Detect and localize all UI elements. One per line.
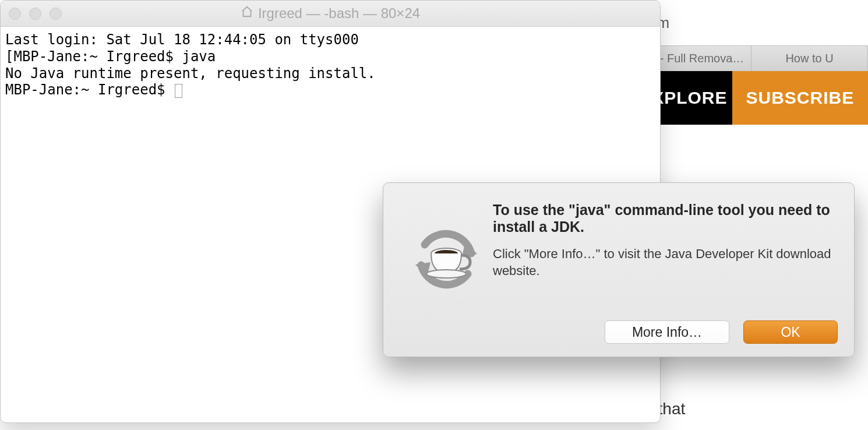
dialog-message-column: To use the "java" command-line tool you … [493, 198, 838, 344]
zoom-button[interactable] [50, 8, 62, 20]
address-bar-fragment: com [635, 0, 868, 45]
terminal-title: Irgreed — -bash — 80×24 [258, 5, 420, 22]
terminal-line: MBP-Jane:~ Irgreed$ [5, 82, 174, 98]
terminal-body[interactable]: Last login: Sat Jul 18 12:44:05 on ttys0… [1, 27, 660, 103]
home-icon [241, 5, 253, 22]
svg-point-4 [426, 270, 466, 278]
minimize-button[interactable] [29, 8, 41, 20]
window-controls [9, 8, 62, 20]
terminal-titlebar: Irgreed — -bash — 80×24 [1, 1, 660, 27]
close-button[interactable] [9, 8, 21, 20]
dialog-buttons: More Info… OK [493, 320, 838, 344]
site-navbar: EXPLORE SUBSCRIBE [635, 71, 868, 125]
nav-subscribe-button[interactable]: SUBSCRIBE [732, 71, 868, 125]
terminal-line: No Java runtime present, requesting inst… [5, 65, 376, 82]
terminal-line: [MBP-Jane:~ Irgreed$ java [5, 48, 216, 65]
dialog-title: To use the "java" command-line tool you … [493, 202, 838, 235]
terminal-cursor [175, 84, 182, 98]
ok-button[interactable]: OK [743, 320, 838, 344]
java-install-dialog: To use the "java" command-line tool you … [383, 182, 855, 357]
browser-tabs: lac - Full Remova… How to U [635, 45, 868, 71]
dialog-description: Click "More Info…" to visit the Java Dev… [493, 246, 838, 279]
terminal-line: Last login: Sat Jul 18 12:44:05 on ttys0… [5, 31, 359, 48]
java-update-icon [408, 221, 484, 299]
more-info-button[interactable]: More Info… [605, 320, 729, 344]
dialog-icon-column [400, 198, 493, 344]
browser-tab[interactable]: How to U [751, 45, 868, 71]
